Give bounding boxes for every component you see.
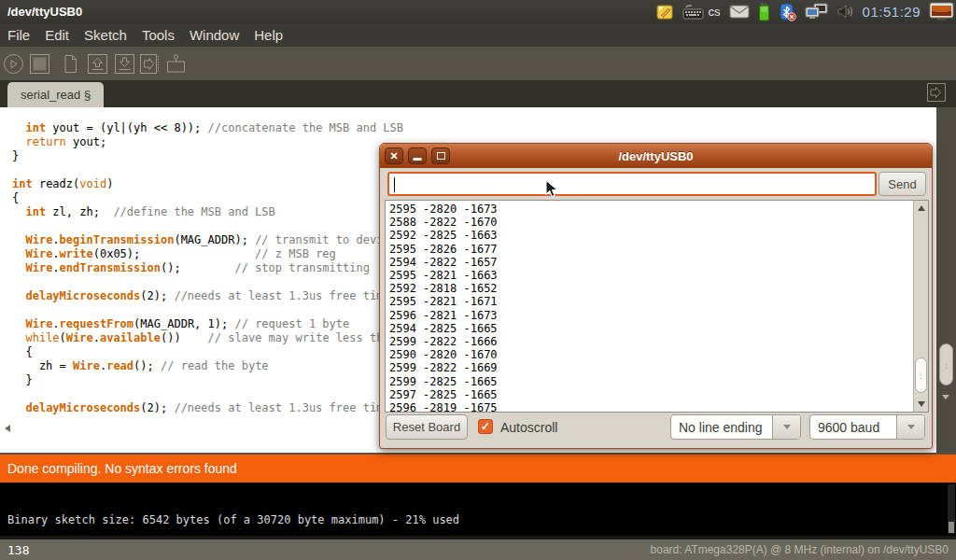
- baud-rate-value: 9600 baud: [810, 415, 896, 439]
- code-line: }: [12, 373, 403, 387]
- text-caret: [394, 177, 395, 192]
- code-line: zh = Wire.read(); // read the byte: [12, 359, 403, 373]
- serial-input-field[interactable]: [387, 172, 877, 196]
- code-area: int yout = (yl|(yh << 8)); //concatenate…: [12, 121, 403, 415]
- editor-vertical-scrollbar[interactable]: ⋮: [936, 107, 956, 453]
- autoscroll-label: Autoscroll: [500, 420, 557, 435]
- code-line: [12, 275, 403, 289]
- volume-icon[interactable]: [836, 4, 854, 20]
- code-line: {: [12, 345, 403, 359]
- new-tab-button[interactable]: [926, 82, 947, 103]
- code-line: while(Wire.available()) // slave may wri…: [12, 331, 403, 345]
- code-line: delayMicroseconds(2); //needs at least 1…: [12, 289, 403, 303]
- verify-button[interactable]: [3, 53, 24, 75]
- upload-icon: [139, 53, 161, 75]
- menu-bar: File Edit Sketch Tools Window Help: [0, 23, 956, 47]
- menu-edit[interactable]: Edit: [45, 27, 69, 43]
- toolbar: [0, 47, 956, 80]
- tab-label: serial_read §: [21, 88, 91, 102]
- open-icon: [87, 53, 108, 75]
- menu-tools[interactable]: Tools: [142, 27, 175, 43]
- menu-sketch[interactable]: Sketch: [84, 27, 127, 43]
- top-panel: /dev/ttyUSB0 cs 01:51:: [0, 0, 956, 23]
- console-scrollbar-thumb[interactable]: [949, 522, 954, 533]
- minimize-icon: ▬: [414, 154, 422, 162]
- menu-window[interactable]: Window: [190, 27, 239, 43]
- dropdown-arrow-segment[interactable]: [896, 415, 924, 439]
- serial-window-titlebar[interactable]: ✕ ▬ /dev/ttyUSB0: [380, 144, 932, 168]
- reset-board-button[interactable]: Reset Board: [386, 414, 468, 440]
- code-line: int yout = (yl|(yh << 8)); //concatenate…: [12, 121, 403, 135]
- dropdown-arrow-segment[interactable]: [772, 415, 800, 439]
- battery-icon[interactable]: [758, 3, 770, 21]
- upload-button[interactable]: [139, 53, 161, 75]
- maximize-icon: [437, 152, 445, 160]
- console-scrollbar[interactable]: [948, 484, 955, 534]
- serial-output-text: 2595 -2820 -1673 2588 -2822 -1670 2592 -…: [389, 203, 928, 413]
- new-sketch-button[interactable]: [60, 53, 81, 75]
- new-sketch-icon: [60, 53, 81, 75]
- chevron-down-icon: [783, 425, 791, 429]
- keyboard-icon[interactable]: [682, 5, 704, 20]
- mouse-cursor: [545, 179, 559, 203]
- keyboard-layout-indicator[interactable]: cs: [709, 5, 721, 19]
- line-ending-dropdown[interactable]: No line ending: [670, 414, 801, 440]
- serial-output-scrollbar[interactable]: ⋮: [913, 201, 928, 412]
- chevron-down-icon: [907, 425, 915, 429]
- serial-output-area[interactable]: 2595 -2820 -1673 2588 -2822 -1670 2592 -…: [385, 200, 929, 413]
- close-button[interactable]: ✕: [385, 147, 403, 164]
- code-line: Wire.write(0x05); // z MSB reg: [12, 247, 403, 261]
- reset-board-label: Reset Board: [393, 420, 460, 434]
- mail-icon[interactable]: [729, 5, 750, 19]
- code-line: return yout;: [12, 135, 403, 149]
- new-tab-icon: [926, 90, 947, 105]
- line-ending-value: No line ending: [671, 415, 772, 439]
- serial-window-title: /dev/ttyUSB0: [380, 149, 932, 163]
- menu-file[interactable]: File: [7, 27, 30, 43]
- code-line: {: [12, 191, 403, 205]
- code-line: delayMicroseconds(2); //needs at least 1…: [12, 401, 403, 415]
- network-icon[interactable]: [805, 3, 828, 21]
- save-icon: [114, 53, 135, 75]
- code-line: Wire.beginTransmission(MAG_ADDR); // tra…: [12, 233, 403, 247]
- line-number: 138: [0, 543, 29, 557]
- code-line: }: [12, 149, 403, 163]
- clock[interactable]: 01:51:29: [863, 4, 921, 20]
- grip-dots-icon: ⋮: [943, 363, 949, 366]
- tab-serial-read[interactable]: serial_read §: [7, 82, 104, 107]
- bluetooth-icon[interactable]: [779, 3, 796, 21]
- autoscroll-checkbox[interactable]: ✓: [478, 419, 493, 434]
- save-button[interactable]: [114, 53, 135, 75]
- compile-status-bar: Done compiling. No syntax errors found: [0, 455, 956, 483]
- serial-scrollbar-thumb[interactable]: ⋮: [915, 357, 927, 393]
- code-line: int readz(void): [12, 177, 403, 191]
- editor-scrollbar-thumb[interactable]: ⋮: [939, 343, 953, 385]
- baud-rate-dropdown[interactable]: 9600 baud: [809, 414, 925, 440]
- code-line: int zl, zh; //define the MSB and LSB: [12, 205, 403, 219]
- serial-controls-row: Reset Board ✓ Autoscroll No line ending …: [380, 413, 932, 441]
- open-button[interactable]: [87, 53, 108, 75]
- note-icon[interactable]: [656, 4, 674, 21]
- code-line: [12, 303, 403, 317]
- send-label: Send: [888, 177, 916, 191]
- serial-monitor-window: ✕ ▬ /dev/ttyUSB0 Send 2595 -2820 -1673 2…: [379, 143, 933, 449]
- editor-scroll-down-icon[interactable]: [942, 395, 949, 399]
- power-icon[interactable]: [929, 2, 954, 21]
- compile-status-text: Done compiling. No syntax errors found: [0, 461, 237, 476]
- scroll-down-icon[interactable]: [918, 401, 925, 407]
- window-title: /dev/ttyUSB0: [0, 5, 82, 19]
- console-text: Binary sketch size: 6542 bytes (of a 307…: [7, 513, 459, 526]
- stop-button[interactable]: [29, 53, 50, 75]
- serial-input-row: Send: [380, 169, 932, 199]
- serial-monitor-icon: [165, 53, 187, 75]
- system-tray: cs 01:51:29: [656, 0, 954, 23]
- scroll-up-icon[interactable]: [918, 205, 925, 211]
- serial-monitor-button[interactable]: [165, 53, 187, 75]
- board-info: board: ATmega328P(A) @ 8 MHz (internal) …: [651, 543, 949, 556]
- minimize-button[interactable]: ▬: [408, 147, 427, 164]
- menu-help[interactable]: Help: [254, 27, 283, 43]
- send-button[interactable]: Send: [879, 172, 926, 196]
- close-icon: ✕: [389, 151, 398, 161]
- maximize-button[interactable]: [431, 147, 450, 164]
- hscroll-left-icon[interactable]: [5, 425, 10, 432]
